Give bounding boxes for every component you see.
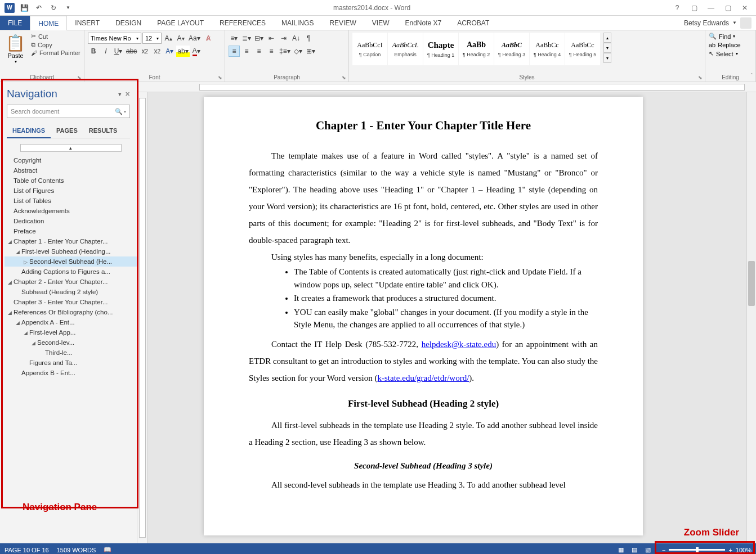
zoom-level[interactable]: 100% [736,547,751,553]
tree-item[interactable]: Figures and Ta... [5,358,137,368]
user-account[interactable]: Betsy Edwards ▼ [684,16,756,30]
paste-button[interactable]: 📋 Paste ▾ [3,33,28,73]
style-item-1[interactable]: AaBbCcLEmphasis [388,33,423,65]
select-button[interactable]: ↖Select▾ [709,50,752,57]
borders-button[interactable]: ⊞▾ [305,46,316,57]
page-indicator[interactable]: PAGE 10 OF 16 [5,547,49,553]
horizontal-ruler[interactable] [137,82,756,92]
bullets-button[interactable]: ≡▾ [229,33,240,44]
align-left-button[interactable]: ≡ [229,46,240,57]
nav-close-icon[interactable]: ✕ [125,91,130,98]
tree-item[interactable]: ◢Chapter 1 - Enter Your Chapter... [5,236,137,246]
shrink-font-button[interactable]: A▾ [175,33,186,44]
sort-button[interactable]: A↓ [290,33,302,44]
tree-item[interactable]: Preface [5,226,137,236]
replace-button[interactable]: abReplace [709,42,752,48]
nav-search-input[interactable]: Search document 🔍▾ [7,105,130,118]
style-item-6[interactable]: AaBbCc¶ Heading 5 [565,33,600,65]
proofing-icon[interactable]: 📖 [104,546,111,553]
gallery-down-icon[interactable]: ▾ [603,43,611,53]
tree-item[interactable]: List of Figures [5,186,137,196]
maximize-icon[interactable]: ▢ [720,2,736,13]
subscript-button[interactable]: x2 [139,46,150,57]
numbering-button[interactable]: ≣▾ [241,33,252,44]
text-effects-button[interactable]: A▾ [164,46,175,57]
tab-acrobat[interactable]: ACROBAT [449,16,497,30]
tree-item[interactable]: ▷Second-level Subhead (He... [5,256,137,267]
align-right-button[interactable]: ≡ [253,46,265,57]
font-name-selector[interactable]: Times New Ro▾ [88,33,141,44]
help-icon[interactable]: ? [669,2,685,13]
find-button[interactable]: 🔍Find▾ [709,33,752,40]
decrease-indent-button[interactable]: ⇤ [266,33,277,44]
save-icon[interactable]: 💾 [18,2,30,14]
font-color-button[interactable]: A▾ [191,46,202,57]
nav-tab-pages[interactable]: PAGES [51,124,83,138]
underline-button[interactable]: U▾ [113,46,124,57]
tree-item[interactable]: Copyright [5,155,137,165]
tree-item[interactable]: ◢References Or Bibliography (cho... [5,307,137,317]
tree-item[interactable]: Subhead (Heading 2 style) [5,287,137,297]
ribbon-display-icon[interactable]: ▢ [686,2,702,13]
align-center-button[interactable]: ≡ [241,46,252,57]
read-mode-icon[interactable]: ▦ [615,545,627,555]
style-item-2[interactable]: Chapte¶ Heading 1 [423,33,458,65]
paragraph-launcher-icon[interactable]: ⬊ [342,75,346,80]
word-count[interactable]: 1509 WORDS [57,547,96,553]
tree-item[interactable]: Appendix B - Ent... [5,368,137,378]
multilevel-button[interactable]: ⊟▾ [253,33,265,44]
redo-icon[interactable]: ↻ [47,2,60,14]
zoom-out-button[interactable]: − [662,547,665,553]
tab-mailings[interactable]: MAILINGS [274,16,321,30]
vertical-ruler[interactable] [137,92,147,543]
print-layout-icon[interactable]: ▤ [628,545,641,555]
nav-dropdown-icon[interactable]: ▾ [118,91,122,98]
tab-home[interactable]: HOME [30,16,67,30]
zoom-slider-handle[interactable] [696,547,699,552]
grow-font-button[interactable]: A▴ [163,33,174,44]
close-icon[interactable]: ✕ [737,2,753,13]
gallery-up-icon[interactable]: ▴ [603,33,611,43]
clipboard-launcher-icon[interactable]: ⬊ [77,75,82,80]
font-size-selector[interactable]: 12▾ [142,33,162,44]
tree-item[interactable]: ◢Second-lev... [5,337,137,348]
copy-button[interactable]: ⧉Copy [31,41,80,48]
nav-expand-up-button[interactable]: ▴ [20,144,122,152]
nav-tab-results[interactable]: RESULTS [83,124,123,138]
tree-item[interactable]: ◢First-level Subhead (Heading... [5,246,137,256]
tab-references[interactable]: REFERENCES [212,16,274,30]
tab-review[interactable]: REVIEW [321,16,364,30]
zoom-slider[interactable] [669,549,725,551]
styles-launcher-icon[interactable]: ⬊ [698,75,703,80]
tab-design[interactable]: DESIGN [108,16,149,30]
tree-item[interactable]: ◢Chapter 2 - Enter Your Chapter... [5,277,137,287]
tab-view[interactable]: VIEW [364,16,397,30]
style-item-0[interactable]: AaBbCcI¶ Caption [352,33,387,65]
tree-item[interactable]: Chapter 3 - Enter Your Chapter... [5,297,137,307]
tree-item[interactable]: Third-le... [5,348,137,358]
cut-button[interactable]: ✂Cut [31,33,80,40]
justify-button[interactable]: ≡ [266,46,277,57]
tree-item[interactable]: List of Tables [5,196,137,206]
clear-formatting-button[interactable]: A̷ [203,33,214,44]
minimize-icon[interactable]: — [703,2,719,13]
strikethrough-button[interactable]: abc [125,46,138,57]
document-page[interactable]: Chapter 1 - Enter Your Chapter Title Her… [204,97,643,535]
scrollbar-thumb[interactable] [748,261,755,306]
shading-button[interactable]: ◇▾ [293,46,304,57]
tab-file[interactable]: FILE [0,16,30,30]
tree-item[interactable]: Table of Contents [5,175,137,186]
style-item-4[interactable]: AaBbC¶ Heading 3 [494,33,529,65]
zoom-in-button[interactable]: + [728,547,732,553]
format-painter-button[interactable]: 🖌Format Painter [31,49,80,56]
change-case-button[interactable]: Aa▾ [187,33,202,44]
style-item-3[interactable]: AaBb¶ Heading 2 [459,33,494,65]
qat-customize-icon[interactable]: ▼ [62,2,74,14]
link-etdr[interactable]: k-state.edu/grad/etdr/word/ [377,373,469,382]
tree-item[interactable]: Acknowledgements [5,206,137,216]
collapse-ribbon-icon[interactable]: ˆ [751,73,753,79]
line-spacing-button[interactable]: ‡≡▾ [278,46,292,57]
web-layout-icon[interactable]: ▧ [642,545,654,555]
tree-item[interactable]: ◢Appendix A - Ent... [5,317,137,327]
increase-indent-button[interactable]: ⇥ [278,33,289,44]
